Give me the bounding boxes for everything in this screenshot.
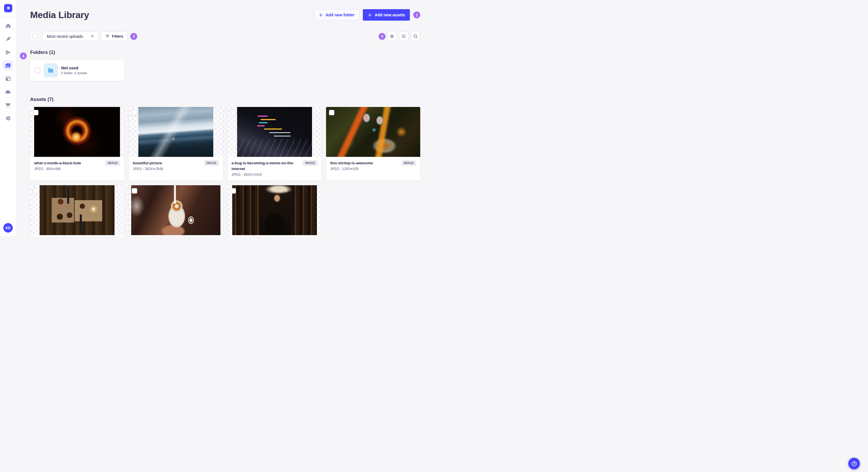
asset-info: beautiful-picture JPEG - 3824✕2548 IMAGE [129, 157, 223, 181]
avatar-initials: KD [5, 226, 10, 230]
cart-icon [5, 102, 11, 108]
toolbar: Most recent uploads Filters 2 3 [30, 32, 420, 41]
layout-icon [5, 76, 11, 82]
folders-heading: Folders (1) [30, 49, 420, 55]
folder-checkbox[interactable] [35, 68, 40, 73]
gear-icon [5, 115, 11, 121]
asset-card[interactable]: the-internet-s-own-boy JPEG - 1200✕707 I… [228, 185, 322, 236]
coffee-beans-thumbnail [40, 185, 115, 235]
strapi-logo-glyph [6, 6, 11, 11]
sidebar-item-content-manager[interactable] [3, 73, 13, 84]
asset-type-badge: IMAGE [402, 160, 416, 166]
asset-card[interactable]: a-bug-is-becoming-a-meme-on-the-internet… [228, 107, 322, 181]
asset-thumbnail-area [228, 185, 322, 235]
annotation-badge-2: 2 [130, 33, 137, 40]
asset-card[interactable]: beautiful-picture JPEG - 3824✕2548 IMAGE [129, 107, 223, 181]
asset-checkbox[interactable] [230, 110, 236, 115]
sidebar-item-content[interactable] [3, 34, 13, 44]
asset-card[interactable]: this-shrimp-is-awesome JPEG - 1200✕630 I… [326, 107, 420, 181]
asset-thumbnail-area [30, 107, 124, 157]
folders-section-header: 4 Folders (1) [30, 49, 420, 55]
user-avatar[interactable]: KD [3, 223, 13, 233]
asset-checkbox[interactable] [33, 110, 38, 115]
folder-name: Not used [61, 66, 87, 70]
asset-checkbox[interactable] [329, 110, 334, 115]
asset-thumbnail-area [228, 107, 322, 157]
media-library-icon [5, 62, 11, 69]
sidebar-item-media-library[interactable] [3, 60, 13, 71]
asset-checkbox[interactable] [132, 188, 137, 194]
sidebar-item-deploy[interactable] [3, 87, 13, 97]
asset-thumbnail-area [326, 107, 420, 157]
folder-icon [47, 67, 54, 74]
cloud-icon [5, 89, 11, 95]
add-new-assets-button[interactable]: Add new assets [363, 9, 410, 21]
folders-grid: Not used 0 folder, 4 assets [30, 60, 420, 81]
toolbar-left: Most recent uploads Filters 2 [30, 32, 137, 41]
asset-meta: JPEG - 1200✕630 [330, 167, 373, 171]
sort-select[interactable]: Most recent uploads [42, 32, 98, 41]
header-actions: Add new folder Add new assets 1 [314, 9, 420, 21]
sidebar-item-releases[interactable] [3, 47, 13, 57]
asset-checkbox[interactable] [33, 188, 38, 194]
select-all-checkbox-card[interactable] [30, 32, 40, 41]
asset-thumbnail-area [129, 107, 223, 157]
black-hole-thumbnail [34, 107, 120, 157]
asset-info: coffee-beans JPEG - 5021✕3347 IMAGE [30, 235, 124, 236]
asset-card[interactable]: coffee-beans JPEG - 5021✕3347 IMAGE [30, 185, 124, 236]
paper-plane-icon [5, 49, 11, 55]
folder-meta: 0 folder, 4 assets [61, 71, 87, 75]
asset-thumbnail-area [30, 185, 124, 235]
section-divider [30, 89, 420, 89]
asset-thumbnail-area [129, 185, 223, 235]
sidebar-item-marketplace[interactable] [3, 100, 13, 110]
asset-checkbox[interactable] [230, 188, 236, 194]
feather-icon [5, 36, 11, 42]
search-button[interactable] [411, 32, 420, 41]
asset-name: what-s-inside-a-black-hole [34, 160, 81, 166]
library-boy-thumbnail [232, 185, 317, 235]
select-all-checkbox[interactable] [32, 34, 38, 39]
sidebar-nav [3, 21, 13, 123]
gear-icon [390, 34, 394, 39]
annotation-badge-1: 1 [413, 11, 420, 19]
home-icon [5, 23, 11, 29]
asset-info: the-internet-s-own-boy JPEG - 1200✕707 I… [228, 235, 322, 236]
add-new-folder-button[interactable]: Add new folder [314, 9, 360, 21]
asset-info: coffee-art JPEG - 5824✕3259 IMAGE [129, 235, 223, 236]
sidebar-item-settings[interactable] [3, 113, 13, 123]
asset-type-badge: IMAGE [105, 160, 120, 166]
asset-info: this-shrimp-is-awesome JPEG - 1200✕630 I… [326, 157, 420, 181]
plus-icon [319, 13, 323, 17]
toolbar-right: 3 [379, 32, 420, 41]
asset-card[interactable]: what-s-inside-a-black-hole JPEG - 800✕46… [30, 107, 124, 181]
asset-text: a-bug-is-becoming-a-meme-on-the-internet… [231, 160, 300, 177]
plus-icon [368, 13, 372, 17]
filters-button[interactable]: Filters [101, 32, 127, 41]
asset-card[interactable]: coffee-art JPEG - 5824✕3259 IMAGE [129, 185, 223, 236]
sidebar-item-home[interactable] [3, 21, 13, 31]
main-content: Media Library Add new folder Add new ass… [17, 0, 434, 236]
sort-select-value: Most recent uploads [47, 34, 83, 39]
asset-meta: JPEG - 3628✕2419 [231, 173, 300, 177]
asset-checkbox[interactable] [132, 110, 137, 115]
asset-info: a-bug-is-becoming-a-meme-on-the-internet… [228, 157, 322, 181]
page-title: Media Library [30, 10, 89, 20]
assets-heading: Assets (7) [30, 97, 420, 102]
assets-section-header: Assets (7) [30, 97, 420, 102]
list-view-button[interactable] [399, 32, 408, 41]
page-header: Media Library Add new folder Add new ass… [30, 0, 420, 21]
asset-meta: JPEG - 800✕466 [34, 167, 81, 171]
media-settings-button[interactable] [387, 32, 397, 41]
folder-icon-tile [43, 63, 58, 77]
asset-text: this-shrimp-is-awesome JPEG - 1200✕630 [330, 160, 373, 171]
folder-text: Not used 0 folder, 4 assets [61, 66, 87, 75]
asset-type-badge: IMAGE [204, 160, 219, 166]
filter-icon [105, 34, 110, 38]
asset-info: what-s-inside-a-black-hole JPEG - 800✕46… [30, 157, 124, 181]
asset-type-badge: IMAGE [303, 160, 317, 166]
folder-card[interactable]: Not used 0 folder, 4 assets [30, 60, 124, 81]
asset-text: what-s-inside-a-black-hole JPEG - 800✕46… [34, 160, 81, 171]
strapi-logo[interactable] [4, 4, 12, 12]
list-icon [401, 34, 406, 39]
